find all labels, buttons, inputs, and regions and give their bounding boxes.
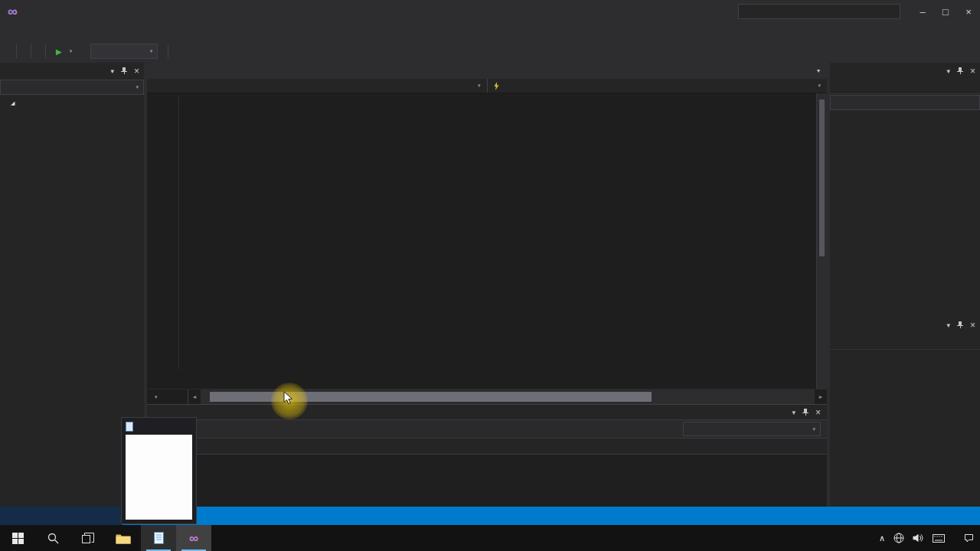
properties-body [830,350,980,507]
toolbox-section-general[interactable]: ◢ [0,96,144,111]
event-icon [494,82,499,90]
chevron-down-icon[interactable]: ▾ [946,67,950,75]
close-button[interactable]: × [957,0,980,23]
taskbar-search-button[interactable] [35,525,70,551]
error-list-body [147,455,827,507]
navigation-bar: ▾ ▾ [147,79,827,93]
error-list-column-headers [147,439,827,455]
code-editor-wrap [147,93,827,389]
toolbar-separator [168,44,168,58]
file-explorer-button[interactable] [106,525,141,551]
chevron-down-icon: ▾ [136,84,139,90]
chevron-down-icon[interactable]: ▾ [792,409,795,416]
chevron-down-icon[interactable]: ▾ [946,321,950,329]
zoom-select[interactable]: ▾ [147,390,188,404]
main-toolbar: ▶ ▾ ▾ [0,40,980,63]
properties-toolbar [830,333,980,350]
pin-icon[interactable] [956,67,964,75]
chevron-down-icon: ▾ [818,83,821,89]
toolbar-separator [31,44,31,58]
notepad-button[interactable] [141,525,176,551]
solution-configuration-select[interactable]: ▾ [90,44,158,59]
tab-list-chevron-icon[interactable]: ▾ [810,63,827,79]
tab-strip: ▾ [147,63,827,79]
start-debugging-button[interactable]: ▶ ▾ [50,47,78,56]
title-bar: ∞ – □ × [0,0,980,23]
visual-studio-window: ∞ – □ × ▶ ▾ ▾ [0,0,980,551]
minimize-button[interactable]: – [911,0,934,23]
start-button[interactable] [0,525,35,551]
code-editor[interactable] [147,93,816,389]
chevron-down-icon[interactable]: ▾ [110,67,114,75]
toolbar-separator [45,44,46,58]
notepad-icon [126,422,133,432]
task-view-icon [82,533,94,543]
mouse-cursor [283,391,293,406]
object-dropdown[interactable]: ▾ [147,79,488,93]
error-list-panel: ▾ × ▾ [147,404,827,507]
pin-icon[interactable] [956,321,964,329]
error-list-filters: ▾ [147,419,827,439]
right-dock: ▾ × ▾ × [830,63,980,507]
pin-icon[interactable] [802,408,809,416]
event-dropdown[interactable]: ▾ [488,79,828,93]
close-icon[interactable]: × [970,320,975,331]
menu-bar [0,23,980,40]
toolbar-separator [16,44,17,58]
scroll-left-button[interactable]: ◄ [188,394,201,399]
restore-button[interactable]: □ [934,0,957,23]
properties-panel: ▾ × [830,317,980,507]
folder-icon [116,533,131,544]
windows-logo-icon [12,533,24,544]
chevron-down-icon: ▾ [150,48,153,54]
visual-studio-icon: ∞ [189,532,198,545]
window-controls: – □ × [911,0,980,23]
chevron-up-icon[interactable]: ∧ [879,533,885,543]
properties-header: ▾ × [830,317,980,333]
status-ready-segment [0,507,122,525]
close-icon[interactable]: × [134,66,139,77]
taskbar-preview-popup[interactable] [121,417,197,524]
solution-tree [830,111,980,300]
visual-studio-logo-icon: ∞ [8,5,18,18]
chevron-down-icon: ▾ [812,426,815,432]
notepad-icon [154,532,164,544]
error-list-search-input[interactable]: ▾ [683,422,821,436]
solution-explorer-toolbar [830,79,980,94]
volume-icon[interactable] [913,533,924,543]
solution-explorer-search-input[interactable] [830,95,980,110]
keyboard-icon[interactable] [933,534,945,543]
preview-header [122,418,196,435]
close-icon[interactable]: × [815,407,821,418]
solution-explorer-header: ▾ × [830,63,980,79]
visual-studio-button[interactable]: ∞ [176,525,211,551]
toolbox-search-input[interactable]: ▾ [0,80,144,95]
chevron-down-icon: ▾ [478,83,481,89]
chevron-down-icon: ▾ [155,394,158,400]
right-bottom-tabs [830,300,980,317]
scrollbar-thumb[interactable] [819,99,825,256]
quick-launch-input[interactable] [738,4,900,19]
play-icon: ▶ [56,47,62,56]
search-icon [47,533,59,544]
solution-explorer-panel: ▾ × [830,63,980,300]
close-icon[interactable]: × [970,66,975,77]
network-icon[interactable] [893,533,904,543]
scroll-right-button[interactable]: ► [815,394,827,399]
action-center-icon[interactable] [964,533,974,543]
error-list-header: ▾ × [147,405,827,419]
pin-icon[interactable] [120,67,128,75]
expander-icon: ◢ [11,100,15,106]
preview-thumbnail-image [126,435,192,520]
editor-area: ▾ ▾ ▾ [147,63,827,507]
toolbox-header: ▾ × [0,63,144,79]
system-tray: ∧ [879,525,980,551]
editor-bottom-bar: ▾ ◄ ► [147,389,827,404]
vertical-scrollbar[interactable] [816,93,827,389]
chevron-down-icon: ▾ [70,48,73,54]
taskbar: ∞ ∧ [0,525,980,551]
task-view-button[interactable] [70,525,106,551]
